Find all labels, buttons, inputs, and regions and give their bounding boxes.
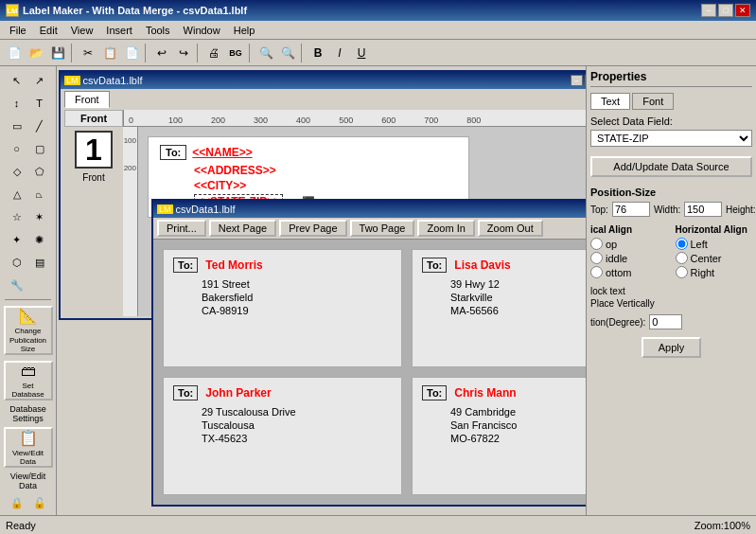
name-field[interactable]: <<NAME>> xyxy=(192,146,252,159)
center-area: LM csvData1.lblf − □ ✕ Front Front 1 xyxy=(57,66,586,515)
status-bar: Ready Zoom:100% xyxy=(0,515,756,534)
paste-button[interactable]: 📄 xyxy=(121,43,142,63)
prev-page-button[interactable]: Prev Page xyxy=(279,220,346,237)
preview-addr-1: 191 Street xyxy=(173,278,392,290)
menu-insert[interactable]: Insert xyxy=(100,24,138,37)
add-update-datasource-button[interactable]: Add/Update Data Source xyxy=(590,156,752,177)
menu-window[interactable]: Window xyxy=(178,24,226,37)
label-editor-title: LM csvData1.lblf − □ ✕ xyxy=(61,72,586,89)
preview-name-1: Ted Morris xyxy=(205,258,262,272)
italic-button[interactable]: I xyxy=(329,43,350,63)
change-publication-size-button[interactable]: 📐 Change Publication Size xyxy=(4,306,53,355)
star3-tool[interactable]: ✶ xyxy=(29,206,50,227)
new-button[interactable]: 📄 xyxy=(4,43,25,63)
zoom-out-button[interactable]: 🔍 xyxy=(277,43,298,63)
preview-to-2: To: xyxy=(422,258,447,273)
wrench-tool[interactable]: 🔧 xyxy=(7,275,27,295)
bg-button[interactable]: BG xyxy=(225,43,246,63)
arrow-tool[interactable]: ↕ xyxy=(7,93,27,114)
open-button[interactable]: 📂 xyxy=(26,43,46,63)
preview-statezip-4: MO-67822 xyxy=(422,433,586,444)
halign-right-label: Right xyxy=(691,267,715,278)
hex-tool[interactable]: ⬡ xyxy=(7,252,27,273)
menu-tools[interactable]: Tools xyxy=(140,24,176,37)
valign-middle-label: iddle xyxy=(606,253,627,264)
status-text: Ready xyxy=(6,520,36,531)
tab-font[interactable]: Font xyxy=(632,93,674,110)
zoom-label: Zoom:100% xyxy=(694,520,750,531)
save-button[interactable]: 💾 xyxy=(47,43,68,63)
valign-top-radio[interactable] xyxy=(590,238,603,250)
undo-button[interactable]: ↩ xyxy=(151,43,172,63)
trapezoid-tool[interactable]: ⏢ xyxy=(29,184,50,205)
bold-button[interactable]: B xyxy=(308,43,328,63)
app-title: Label Maker - With Data Merge - csvData1… xyxy=(23,5,247,16)
print-button[interactable]: 🖨 xyxy=(203,43,224,63)
star2-tool[interactable]: ✦ xyxy=(7,229,27,250)
preview-canvas: To: Ted Morris 191 Street Bakersfield CA… xyxy=(153,240,586,505)
page-number: 1 xyxy=(75,131,113,169)
preview-city-1: Bakersfield xyxy=(173,292,392,303)
line-tool[interactable]: ╱ xyxy=(29,116,50,136)
menu-file[interactable]: File xyxy=(4,24,32,37)
star-tool[interactable]: ☆ xyxy=(7,206,27,227)
zoom-in-button[interactable]: 🔍 xyxy=(255,43,276,63)
rect-tool[interactable]: ▭ xyxy=(7,116,27,136)
close-button[interactable]: ✕ xyxy=(735,4,750,17)
label-min-button[interactable]: − xyxy=(571,75,583,86)
menu-view[interactable]: View xyxy=(65,24,99,37)
maximize-button[interactable]: □ xyxy=(718,4,733,17)
print-button[interactable]: Print... xyxy=(157,220,206,237)
minimize-button[interactable]: − xyxy=(701,4,716,17)
preview-name-3: John Parker xyxy=(205,386,271,400)
top-input[interactable] xyxy=(612,202,650,217)
menu-help[interactable]: Help xyxy=(228,24,261,37)
toolbar-separator-1 xyxy=(71,44,75,62)
tab-front[interactable]: Front xyxy=(64,91,110,108)
apply-button[interactable]: Apply xyxy=(642,337,702,358)
preview-card-2: To: Lisa Davis 39 Hwy 12 Starkville MA-5… xyxy=(412,249,586,367)
select-tool[interactable]: ↖ xyxy=(7,70,27,91)
burst-tool[interactable]: ✺ xyxy=(29,229,50,250)
ellipse-tool[interactable]: ○ xyxy=(7,138,27,159)
database-icon: 🗃 xyxy=(21,363,36,380)
preview-card-3: To: John Parker 29 Tuscalousa Drive Tusc… xyxy=(163,377,402,495)
lock-text-label: lock text xyxy=(590,286,752,296)
label-max-button[interactable]: □ xyxy=(585,75,586,86)
barcode-tool[interactable]: ▤ xyxy=(29,252,50,273)
two-page-button[interactable]: Two Page xyxy=(350,220,415,237)
preview-card-4: To: Chris Mann 49 Cambridge San Francisc… xyxy=(412,377,586,495)
valign-middle-radio[interactable] xyxy=(590,252,603,264)
rotation-input[interactable] xyxy=(649,314,682,329)
height-label: Height: xyxy=(726,205,752,215)
next-page-button[interactable]: Next Page xyxy=(209,220,276,237)
view-edit-data-button[interactable]: 📋 View/Edit Data xyxy=(4,427,53,468)
preview-statezip-2: MA-56566 xyxy=(422,305,586,316)
valign-bottom-radio[interactable] xyxy=(590,266,603,278)
tab-text[interactable]: Text xyxy=(590,93,630,110)
redo-button[interactable]: ↪ xyxy=(173,43,194,63)
halign-right-radio[interactable] xyxy=(676,266,688,278)
width-input[interactable] xyxy=(684,202,722,217)
title-bar: LM Label Maker - With Data Merge - csvDa… xyxy=(0,0,756,21)
copy-button[interactable]: 📋 xyxy=(99,43,120,63)
zoom-in-preview-button[interactable]: Zoom In xyxy=(417,220,474,237)
underline-button[interactable]: U xyxy=(351,43,372,63)
rounded-rect-tool[interactable]: ▢ xyxy=(29,138,50,159)
set-database-button[interactable]: 🗃 Set Database xyxy=(4,361,53,400)
data-field-select[interactable]: STATE-ZIP xyxy=(590,130,752,147)
cut-button[interactable]: ✂ xyxy=(78,43,98,63)
halign-center-radio[interactable] xyxy=(676,252,688,264)
pentagon-tool[interactable]: ⬠ xyxy=(29,161,50,182)
cursor-tool[interactable]: ↗ xyxy=(29,70,50,91)
diamond-tool[interactable]: ◇ xyxy=(7,161,27,182)
preview-to-3: To: xyxy=(173,385,198,400)
address-field: <<ADDRESS>> xyxy=(160,164,457,177)
menu-edit[interactable]: Edit xyxy=(34,24,63,37)
zoom-out-preview-button[interactable]: Zoom Out xyxy=(478,220,543,237)
halign-left-radio[interactable] xyxy=(676,238,688,250)
lock-text-row: lock text Place Vertically tion(Degree): xyxy=(590,286,752,329)
preview-addr-4: 49 Cambridge xyxy=(422,406,586,418)
triangle-tool[interactable]: △ xyxy=(7,184,27,205)
text-tool[interactable]: T xyxy=(29,93,50,114)
